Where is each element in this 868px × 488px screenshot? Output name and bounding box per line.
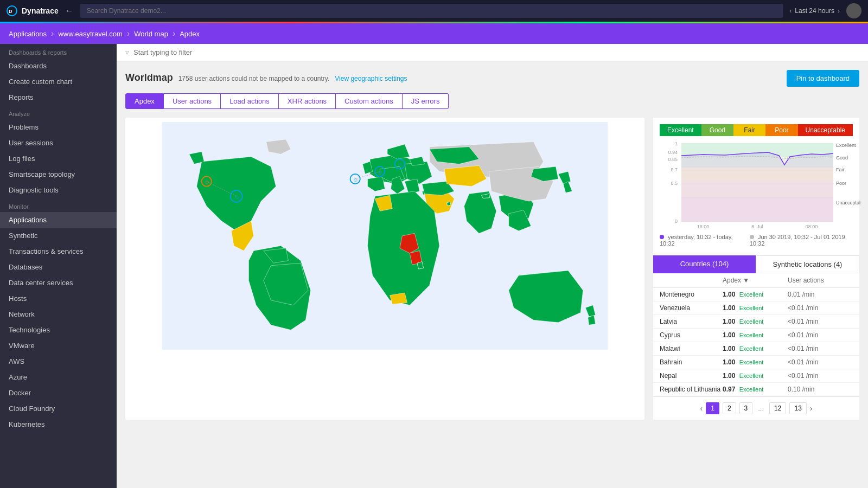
map-chart-area: ☺ ☺ ☺ ☺ ☺	[125, 118, 859, 420]
sidebar-item-create-chart[interactable]: Create custom chart	[0, 74, 117, 89]
apdex-value: 1.00 Excellent	[723, 331, 788, 339]
apdex-value: 1.00 Excellent	[723, 318, 788, 325]
pagination-page-1[interactable]: 1	[706, 402, 719, 414]
sidebar-item-problems[interactable]: Problems	[0, 119, 117, 135]
tab-custom-actions[interactable]: Custom actions	[336, 93, 403, 109]
section-analyze: Analyze	[0, 105, 117, 119]
countries-panel: Countries (104) Synthetic locations (4) …	[653, 255, 859, 420]
table-row[interactable]: Bahrain 1.00 Excellent <0.01 /min	[653, 356, 859, 369]
tab-user-actions[interactable]: User actions	[164, 93, 221, 109]
svg-text:☺: ☺	[378, 169, 383, 175]
pagination-prev[interactable]: ‹	[700, 404, 703, 413]
legend-unacceptable: Unacceptable	[798, 124, 853, 136]
sidebar-item-hosts[interactable]: Hosts	[0, 291, 117, 306]
sidebar-item-dashboards[interactable]: Dashboards	[0, 58, 117, 74]
filter-icon: ▿	[125, 48, 129, 56]
pagination-page-13[interactable]: 13	[789, 402, 806, 414]
legend-excellent: Excellent	[660, 124, 701, 136]
avatar[interactable]	[846, 3, 861, 18]
user-actions-value: 0.10 /min	[788, 386, 853, 393]
apdex-value: 1.00 Excellent	[723, 358, 788, 366]
col-user-actions: User actions	[788, 277, 853, 284]
sidebar-item-smartscape[interactable]: Smartscape topology	[0, 166, 117, 182]
apdex-status: Excellent	[739, 345, 764, 352]
apdex-value: 1.00 Excellent	[723, 304, 788, 312]
sidebar-item-databases[interactable]: Databases	[0, 259, 117, 275]
legend-good: Good	[701, 124, 733, 136]
sidebar-item-log-files[interactable]: Log files	[0, 151, 117, 166]
table-row[interactable]: Republic of Lithuania 0.97 Excellent 0.1…	[653, 383, 859, 396]
svg-text:D: D	[9, 9, 12, 14]
sidebar-item-cloud-foundry[interactable]: Cloud Foundry	[0, 401, 117, 416]
sidebar-item-kubernetes[interactable]: Kubernetes	[0, 416, 117, 432]
filter-input[interactable]	[133, 48, 859, 56]
breadcrumb-sep-3: ›	[173, 29, 175, 38]
table-row[interactable]: Latvia 1.00 Excellent <0.01 /min	[653, 315, 859, 329]
tab-apdex[interactable]: Apdex	[125, 93, 164, 109]
countries-table-body: Montenegro 1.00 Excellent 0.01 /min Vene…	[653, 288, 859, 396]
apdex-status: Excellent	[739, 318, 764, 325]
svg-text:1: 1	[675, 141, 678, 146]
sidebar-item-technologies[interactable]: Technologies	[0, 322, 117, 338]
country-name: Venezuela	[660, 304, 723, 312]
legend-comparison: Jun 30 2019, 10:32 - Jul 01 2019, 10:32	[750, 234, 853, 247]
pagination-page-3[interactable]: 3	[739, 402, 753, 414]
breadcrumb-nav: Applications › www.easytravel.com › Worl…	[0, 23, 868, 44]
breadcrumb-easytravel[interactable]: www.easytravel.com	[58, 30, 122, 38]
worldmap-link[interactable]: View geographic settings	[335, 75, 407, 82]
pin-to-dashboard-button[interactable]: Pin to dashboard	[787, 70, 859, 87]
legend-comparison-dot	[750, 235, 754, 239]
breadcrumb-sep-2: ›	[127, 29, 130, 38]
user-actions-value: <0.01 /min	[788, 372, 853, 380]
apdex-status: Excellent	[739, 359, 764, 365]
user-actions-value: <0.01 /min	[788, 358, 853, 366]
table-row[interactable]: Cyprus 1.00 Excellent <0.01 /min	[653, 329, 859, 342]
time-range: ‹ Last 24 hours ›	[789, 7, 840, 15]
svg-text:0.94: 0.94	[668, 150, 678, 155]
time-prev-icon[interactable]: ‹	[789, 7, 792, 15]
col-apdex[interactable]: Apdex ▼	[723, 277, 788, 284]
pagination-page-2[interactable]: 2	[723, 402, 736, 414]
filter-bar: ▿	[117, 44, 868, 61]
app-logo: D Dynatrace	[7, 5, 59, 16]
sidebar-item-docker[interactable]: Docker	[0, 385, 117, 401]
table-row[interactable]: Malawi 1.00 Excellent <0.01 /min	[653, 342, 859, 356]
sidebar-item-reports[interactable]: Reports	[0, 89, 117, 105]
table-row[interactable]: Nepal 1.00 Excellent <0.01 /min	[653, 369, 859, 383]
col-country	[660, 277, 723, 284]
search-input[interactable]	[80, 4, 783, 18]
country-name: Republic of Lithuania	[660, 386, 723, 393]
svg-text:☺: ☺	[234, 194, 240, 200]
tab-synthetic-locations[interactable]: Synthetic locations (4)	[756, 255, 859, 273]
breadcrumb-applications[interactable]: Applications	[9, 30, 47, 38]
sidebar-item-vmware[interactable]: VMware	[0, 338, 117, 354]
sidebar-item-network[interactable]: Network	[0, 306, 117, 322]
topbar: D Dynatrace ← ‹ Last 24 hours ›	[0, 0, 868, 22]
table-row[interactable]: Venezuela 1.00 Excellent <0.01 /min	[653, 301, 859, 315]
breadcrumb-worldmap[interactable]: World map	[134, 30, 168, 38]
apdex-value: 1.00 Excellent	[723, 291, 788, 298]
tabs-container: Apdex User actions Load actions XHR acti…	[125, 93, 859, 109]
sidebar-item-synthetic[interactable]: Synthetic	[0, 228, 117, 243]
back-button[interactable]: ←	[65, 6, 74, 16]
chart-legend: yesterday, 10:32 - today, 10:32 Jun 30 2…	[660, 232, 853, 249]
tab-js-errors[interactable]: JS errors	[403, 93, 449, 109]
sidebar-item-data-center[interactable]: Data center services	[0, 275, 117, 291]
time-next-icon[interactable]: ›	[838, 7, 840, 15]
tab-xhr-actions[interactable]: XHR actions	[279, 93, 336, 109]
tab-load-actions[interactable]: Load actions	[221, 93, 279, 109]
sidebar-item-user-sessions[interactable]: User sessions	[0, 135, 117, 151]
sidebar-item-applications[interactable]: Applications	[0, 212, 117, 228]
pagination: ‹ 1 2 3 ... 12 13 ›	[653, 396, 859, 420]
tab-countries[interactable]: Countries (104)	[653, 255, 756, 273]
apdex-chart-svg: 1 0.94 0.85 0.7 0.5 0	[660, 140, 860, 230]
sidebar-item-transactions[interactable]: Transactions & services	[0, 243, 117, 259]
table-row[interactable]: Montenegro 1.00 Excellent 0.01 /min	[653, 288, 859, 301]
breadcrumb-apdex[interactable]: Apdex	[180, 30, 200, 38]
sidebar-item-aws[interactable]: AWS	[0, 354, 117, 369]
pagination-page-12[interactable]: 12	[769, 402, 786, 414]
sidebar-item-azure[interactable]: Azure	[0, 369, 117, 385]
pagination-next[interactable]: ›	[810, 404, 813, 413]
sidebar-item-diagnostic[interactable]: Diagnostic tools	[0, 182, 117, 198]
apdex-status: Excellent	[739, 373, 764, 379]
